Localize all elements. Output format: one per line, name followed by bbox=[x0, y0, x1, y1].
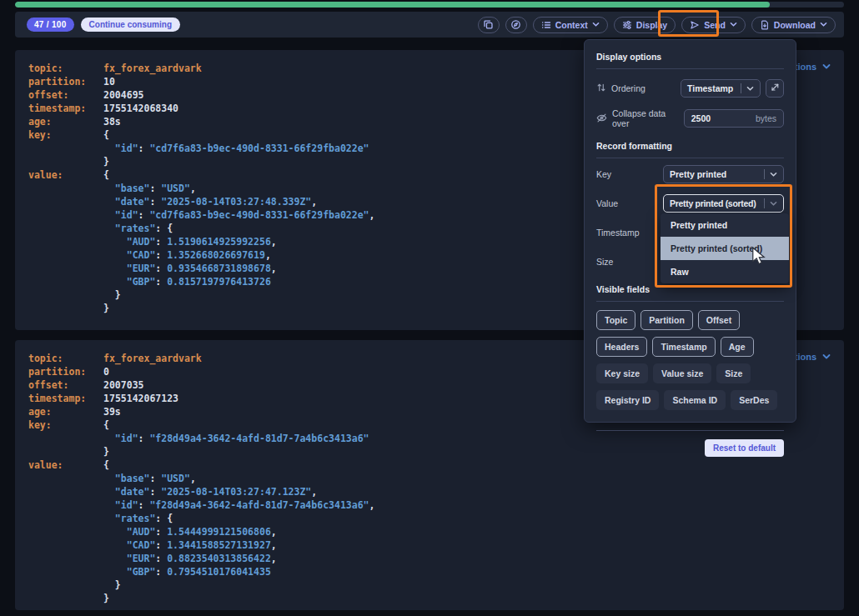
continue-consuming-button[interactable]: Continue consuming bbox=[81, 18, 180, 32]
menu-option-raw[interactable]: Raw bbox=[661, 260, 789, 283]
value-format-select[interactable]: Pretty printed (sorted) bbox=[663, 194, 784, 213]
chevron-down-icon bbox=[770, 198, 777, 208]
key-label: Key bbox=[596, 169, 611, 179]
field-chip-serdes[interactable]: SerDes bbox=[731, 390, 777, 410]
reset-to-default-button[interactable]: Reset to default bbox=[705, 439, 784, 457]
code-line: "id": "f28d49a4-3642-4afd-81d7-7a4b6c341… bbox=[28, 498, 831, 512]
compass-icon bbox=[510, 19, 521, 30]
field-chip-offset[interactable]: Offset bbox=[698, 310, 740, 330]
eye-off-icon bbox=[596, 113, 607, 125]
field-chip-topic[interactable]: Topic bbox=[596, 310, 635, 330]
send-dropdown-button[interactable]: Send bbox=[681, 17, 746, 33]
corner-arrow-icon bbox=[770, 81, 780, 96]
code-line: } bbox=[28, 592, 831, 605]
divider bbox=[596, 430, 784, 431]
chevron-down-icon bbox=[822, 62, 831, 72]
field-chip-registry-id[interactable]: Registry ID bbox=[596, 390, 659, 410]
code-line: "GBP": 0.7954510176041435 bbox=[28, 565, 831, 578]
sliders-icon bbox=[622, 20, 632, 30]
visible-fields-title: Visible fields bbox=[596, 284, 784, 294]
collapse-bytes-input[interactable]: 2500 bytes bbox=[684, 109, 784, 128]
copy-button[interactable] bbox=[478, 17, 500, 33]
ordering-select[interactable]: Timestamp bbox=[681, 79, 761, 98]
toolbar: 47 / 100 Continue consuming Context bbox=[15, 12, 844, 38]
size-label: Size bbox=[596, 257, 613, 267]
menu-option-pretty-printed-sorted-[interactable]: Pretty printed (sorted) bbox=[661, 237, 789, 260]
menu-option-pretty-printed[interactable]: Pretty printed bbox=[661, 213, 789, 237]
send-icon bbox=[690, 20, 700, 30]
field-chip-schema-id[interactable]: Schema ID bbox=[664, 390, 726, 410]
consumed-count-badge: 47 / 100 bbox=[27, 18, 74, 32]
field-chip-timestamp[interactable]: Timestamp bbox=[652, 337, 715, 357]
sort-arrows-icon bbox=[596, 83, 606, 94]
key-format-select[interactable]: Pretty printed bbox=[663, 165, 784, 183]
chevron-down-icon bbox=[592, 22, 600, 28]
list-icon bbox=[541, 20, 551, 30]
consume-progress-fill bbox=[15, 2, 770, 8]
chevron-down-icon bbox=[730, 22, 737, 28]
panel-title: Display options bbox=[596, 52, 784, 62]
code-line: "EUR": 0.8823540313856422, bbox=[28, 552, 831, 565]
code-line: "base": "USD", bbox=[28, 472, 831, 485]
code-line: "AUD": 1.5444999121506806, bbox=[28, 525, 831, 538]
compass-button[interactable] bbox=[505, 17, 527, 33]
field-chip-size[interactable]: Size bbox=[716, 363, 751, 383]
sort-direction-button[interactable] bbox=[766, 79, 784, 98]
chevron-down-icon bbox=[820, 22, 827, 28]
key-format-row: Key Pretty printed bbox=[596, 165, 784, 183]
consume-progress-bar bbox=[15, 2, 844, 8]
code-line: "date": "2025-08-14T03:27:47.123Z", bbox=[28, 485, 831, 498]
field-chip-value-size[interactable]: Value size bbox=[653, 363, 711, 383]
divider bbox=[596, 158, 784, 158]
divider bbox=[596, 301, 784, 302]
context-dropdown-button[interactable]: Context bbox=[533, 17, 608, 33]
collapse-row: Collapse data over 2500 bytes bbox=[596, 109, 784, 128]
chevron-down-icon bbox=[770, 169, 777, 179]
display-button[interactable]: Display bbox=[614, 17, 676, 33]
timestamp-label: Timestamp bbox=[596, 228, 640, 238]
download-dropdown-button[interactable]: Download bbox=[751, 17, 836, 33]
code-line: "rates": { bbox=[28, 512, 831, 525]
code-line: } bbox=[28, 578, 831, 592]
code-line: "CAD": 1.3441588527131927, bbox=[28, 538, 831, 552]
file-download-icon bbox=[760, 20, 770, 30]
record-formatting-title: Record formatting bbox=[596, 141, 784, 151]
value-format-row: Value Pretty printed (sorted) bbox=[596, 194, 784, 213]
divider bbox=[596, 68, 784, 69]
visible-fields-chips: TopicPartitionOffsetHeadersTimestampAgeK… bbox=[596, 310, 784, 410]
code-line: value: { bbox=[28, 458, 831, 472]
field-chip-partition[interactable]: Partition bbox=[640, 310, 693, 330]
ordering-row: Ordering Timestamp bbox=[596, 79, 784, 98]
field-chip-headers[interactable]: Headers bbox=[596, 337, 647, 357]
copy-icon bbox=[483, 19, 494, 30]
chevron-down-icon bbox=[746, 83, 754, 93]
field-chip-key-size[interactable]: Key size bbox=[596, 363, 648, 383]
toolbar-right-group: Context Display Send Download bbox=[478, 17, 836, 33]
ordering-label: Ordering bbox=[611, 83, 646, 93]
value-label: Value bbox=[596, 198, 618, 208]
field-chip-age[interactable]: Age bbox=[721, 337, 754, 357]
collapse-label: Collapse data over bbox=[612, 108, 684, 128]
chevron-down-icon bbox=[822, 352, 831, 362]
value-format-menu: Pretty printedPretty printed (sorted)Raw bbox=[661, 213, 789, 283]
